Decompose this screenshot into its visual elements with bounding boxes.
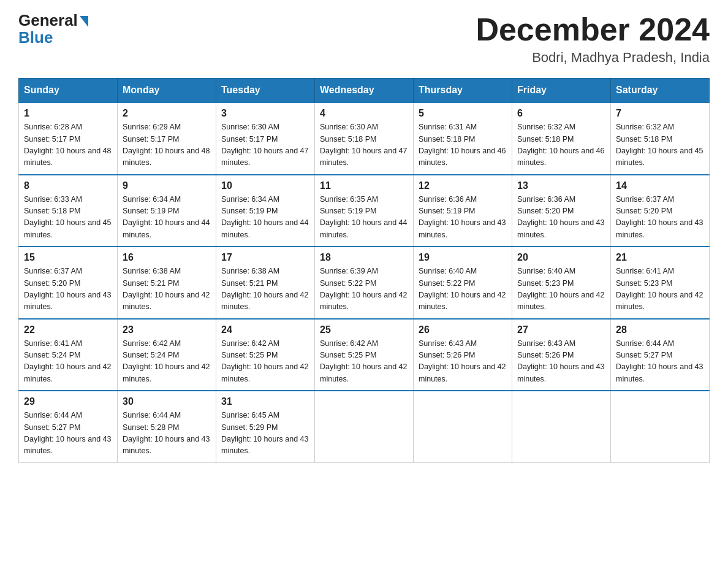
day-number: 21 — [616, 252, 704, 263]
calendar-cell: 17 Sunrise: 6:38 AM Sunset: 5:21 PM Dayl… — [216, 247, 315, 319]
header-row: Sunday Monday Tuesday Wednesday Thursday… — [19, 79, 710, 103]
day-info: Sunrise: 6:36 AM Sunset: 5:19 PM Dayligh… — [419, 194, 507, 242]
day-number: 26 — [419, 324, 507, 335]
day-info: Sunrise: 6:45 AM Sunset: 5:29 PM Dayligh… — [221, 410, 309, 458]
day-info: Sunrise: 6:43 AM Sunset: 5:26 PM Dayligh… — [419, 338, 507, 386]
day-info: Sunrise: 6:42 AM Sunset: 5:25 PM Dayligh… — [221, 338, 309, 386]
calendar-cell: 7 Sunrise: 6:32 AM Sunset: 5:18 PM Dayli… — [611, 102, 710, 175]
day-info: Sunrise: 6:35 AM Sunset: 5:19 PM Dayligh… — [320, 194, 408, 242]
calendar-row: 22 Sunrise: 6:41 AM Sunset: 5:24 PM Dayl… — [19, 319, 710, 391]
calendar-cell: 19 Sunrise: 6:40 AM Sunset: 5:22 PM Dayl… — [414, 247, 512, 319]
calendar-row: 15 Sunrise: 6:37 AM Sunset: 5:20 PM Dayl… — [19, 247, 710, 319]
day-info: Sunrise: 6:31 AM Sunset: 5:18 PM Dayligh… — [419, 121, 507, 169]
day-info: Sunrise: 6:30 AM Sunset: 5:18 PM Dayligh… — [320, 121, 408, 169]
day-number: 18 — [320, 252, 408, 263]
calendar-cell — [611, 391, 710, 462]
calendar-row: 1 Sunrise: 6:28 AM Sunset: 5:17 PM Dayli… — [19, 102, 710, 175]
calendar-cell: 28 Sunrise: 6:44 AM Sunset: 5:27 PM Dayl… — [611, 319, 710, 391]
title-block: December 2024 Bodri, Madhya Pradesh, Ind… — [476, 12, 710, 66]
day-info: Sunrise: 6:44 AM Sunset: 5:28 PM Dayligh… — [123, 410, 211, 458]
day-info: Sunrise: 6:41 AM Sunset: 5:24 PM Dayligh… — [24, 338, 112, 386]
calendar-title: December 2024 — [476, 12, 710, 47]
page-header: General Blue December 2024 Bodri, Madhya… — [18, 12, 710, 66]
calendar-cell: 3 Sunrise: 6:30 AM Sunset: 5:17 PM Dayli… — [216, 102, 315, 175]
logo-blue: Blue — [18, 28, 53, 47]
calendar-row: 29 Sunrise: 6:44 AM Sunset: 5:27 PM Dayl… — [19, 391, 710, 462]
day-number: 29 — [24, 396, 112, 407]
day-info: Sunrise: 6:38 AM Sunset: 5:21 PM Dayligh… — [123, 266, 211, 313]
day-info: Sunrise: 6:40 AM Sunset: 5:23 PM Dayligh… — [517, 266, 605, 313]
day-number: 24 — [221, 324, 309, 335]
day-number: 13 — [517, 180, 605, 191]
day-info: Sunrise: 6:32 AM Sunset: 5:18 PM Dayligh… — [517, 121, 605, 169]
calendar-cell: 10 Sunrise: 6:34 AM Sunset: 5:19 PM Dayl… — [216, 175, 315, 247]
calendar-cell: 20 Sunrise: 6:40 AM Sunset: 5:23 PM Dayl… — [512, 247, 611, 319]
calendar-cell — [414, 391, 512, 462]
calendar-cell: 26 Sunrise: 6:43 AM Sunset: 5:26 PM Dayl… — [414, 319, 512, 391]
calendar-cell: 2 Sunrise: 6:29 AM Sunset: 5:17 PM Dayli… — [118, 102, 216, 175]
day-info: Sunrise: 6:32 AM Sunset: 5:18 PM Dayligh… — [616, 121, 704, 169]
day-number: 16 — [123, 252, 211, 263]
day-info: Sunrise: 6:43 AM Sunset: 5:26 PM Dayligh… — [517, 338, 605, 386]
day-number: 3 — [221, 108, 309, 119]
calendar-cell — [512, 391, 611, 462]
logo-arrow-icon — [80, 16, 88, 27]
calendar-row: 8 Sunrise: 6:33 AM Sunset: 5:18 PM Dayli… — [19, 175, 710, 247]
col-thursday: Thursday — [414, 79, 512, 103]
calendar-cell: 25 Sunrise: 6:42 AM Sunset: 5:25 PM Dayl… — [315, 319, 414, 391]
day-info: Sunrise: 6:42 AM Sunset: 5:24 PM Dayligh… — [123, 338, 211, 386]
calendar-cell: 21 Sunrise: 6:41 AM Sunset: 5:23 PM Dayl… — [611, 247, 710, 319]
day-number: 11 — [320, 180, 408, 191]
day-number: 9 — [123, 180, 211, 191]
day-info: Sunrise: 6:39 AM Sunset: 5:22 PM Dayligh… — [320, 266, 408, 313]
calendar-cell — [315, 391, 414, 462]
day-number: 10 — [221, 180, 309, 191]
day-number: 1 — [24, 108, 112, 119]
logo-text: General — [18, 12, 88, 28]
calendar-cell: 1 Sunrise: 6:28 AM Sunset: 5:17 PM Dayli… — [19, 102, 118, 175]
calendar-subtitle: Bodri, Madhya Pradesh, India — [476, 50, 710, 66]
calendar-cell: 12 Sunrise: 6:36 AM Sunset: 5:19 PM Dayl… — [414, 175, 512, 247]
calendar-header: Sunday Monday Tuesday Wednesday Thursday… — [19, 79, 710, 103]
logo: General Blue — [18, 12, 88, 47]
day-info: Sunrise: 6:38 AM Sunset: 5:21 PM Dayligh… — [221, 266, 309, 313]
day-number: 12 — [419, 180, 507, 191]
day-number: 20 — [517, 252, 605, 263]
calendar-cell: 29 Sunrise: 6:44 AM Sunset: 5:27 PM Dayl… — [19, 391, 118, 462]
col-monday: Monday — [118, 79, 216, 103]
calendar-cell: 14 Sunrise: 6:37 AM Sunset: 5:20 PM Dayl… — [611, 175, 710, 247]
day-number: 8 — [24, 180, 112, 191]
calendar-cell: 16 Sunrise: 6:38 AM Sunset: 5:21 PM Dayl… — [118, 247, 216, 319]
day-number: 4 — [320, 108, 408, 119]
logo-general: General — [18, 12, 78, 28]
col-sunday: Sunday — [19, 79, 118, 103]
calendar-cell: 9 Sunrise: 6:34 AM Sunset: 5:19 PM Dayli… — [118, 175, 216, 247]
col-wednesday: Wednesday — [315, 79, 414, 103]
day-info: Sunrise: 6:34 AM Sunset: 5:19 PM Dayligh… — [123, 194, 211, 242]
day-info: Sunrise: 6:37 AM Sunset: 5:20 PM Dayligh… — [616, 194, 704, 242]
day-info: Sunrise: 6:30 AM Sunset: 5:17 PM Dayligh… — [221, 121, 309, 169]
calendar-cell: 4 Sunrise: 6:30 AM Sunset: 5:18 PM Dayli… — [315, 102, 414, 175]
day-info: Sunrise: 6:42 AM Sunset: 5:25 PM Dayligh… — [320, 338, 408, 386]
calendar-cell: 30 Sunrise: 6:44 AM Sunset: 5:28 PM Dayl… — [118, 391, 216, 462]
day-info: Sunrise: 6:41 AM Sunset: 5:23 PM Dayligh… — [616, 266, 704, 313]
col-saturday: Saturday — [611, 79, 710, 103]
calendar-cell: 8 Sunrise: 6:33 AM Sunset: 5:18 PM Dayli… — [19, 175, 118, 247]
day-number: 22 — [24, 324, 112, 335]
col-friday: Friday — [512, 79, 611, 103]
col-tuesday: Tuesday — [216, 79, 315, 103]
calendar-cell: 11 Sunrise: 6:35 AM Sunset: 5:19 PM Dayl… — [315, 175, 414, 247]
day-info: Sunrise: 6:29 AM Sunset: 5:17 PM Dayligh… — [123, 121, 211, 169]
day-number: 2 — [123, 108, 211, 119]
day-number: 6 — [517, 108, 605, 119]
day-info: Sunrise: 6:28 AM Sunset: 5:17 PM Dayligh… — [24, 121, 112, 169]
day-number: 28 — [616, 324, 704, 335]
day-number: 15 — [24, 252, 112, 263]
calendar-cell: 27 Sunrise: 6:43 AM Sunset: 5:26 PM Dayl… — [512, 319, 611, 391]
day-number: 19 — [419, 252, 507, 263]
calendar-cell: 31 Sunrise: 6:45 AM Sunset: 5:29 PM Dayl… — [216, 391, 315, 462]
day-info: Sunrise: 6:40 AM Sunset: 5:22 PM Dayligh… — [419, 266, 507, 313]
day-number: 17 — [221, 252, 309, 263]
day-info: Sunrise: 6:34 AM Sunset: 5:19 PM Dayligh… — [221, 194, 309, 242]
day-info: Sunrise: 6:36 AM Sunset: 5:20 PM Dayligh… — [517, 194, 605, 242]
